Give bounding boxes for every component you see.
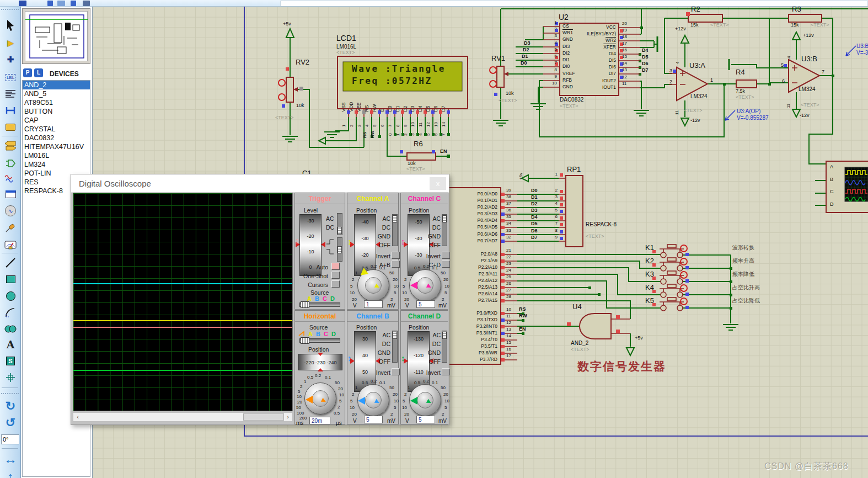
scope-scrollbar[interactable]: ‹ › (73, 412, 293, 422)
device-list-item[interactable]: LM324 (23, 160, 90, 169)
schematic-overview-preview[interactable] (22, 8, 90, 64)
ac-label: AC (326, 215, 334, 222)
junction-dot-icon[interactable]: ✚ (3, 53, 18, 66)
marker-tool-icon[interactable] (3, 371, 18, 384)
window-titlebar[interactable]: Digital Oscilloscope (71, 174, 449, 193)
bus-icon[interactable] (3, 104, 18, 117)
cursors-button[interactable] (331, 280, 340, 288)
channel-b-panel: Channel B Position 30 40 50 ↕ AC DC GND … (347, 310, 399, 424)
library-button[interactable]: L (34, 68, 43, 77)
auto-button[interactable] (331, 263, 340, 270)
text-script-icon[interactable] (3, 87, 18, 100)
device-list-item[interactable]: BUTTON (23, 107, 90, 116)
pick-devices-button[interactable]: P (23, 68, 32, 77)
sum-button[interactable] (392, 261, 400, 268)
selection-pointer-icon[interactable] (3, 19, 18, 32)
toolbar-icon-partial[interactable] (19, 1, 26, 6)
device-list-item[interactable]: CAP (23, 116, 90, 125)
channel-b-scale-value[interactable]: 5 (364, 416, 383, 423)
virtual-instrument-icon[interactable] (3, 238, 18, 252)
scroll-right-icon[interactable]: › (283, 413, 292, 421)
channel-c-panel: Channel C Position -50 -40 -30 ↕ AC DC G… (400, 193, 448, 310)
device-list-item[interactable]: LM016L (23, 151, 90, 160)
terminal-mode-icon[interactable] (3, 139, 18, 152)
position-label: Position (409, 207, 429, 214)
component-mode-icon[interactable]: ▶ (3, 36, 18, 50)
flip-vertical-icon[interactable]: ↑ (3, 470, 18, 478)
subcircuit-icon[interactable] (3, 120, 18, 134)
invert-button[interactable] (442, 252, 450, 259)
invert-label: Invert (371, 253, 390, 259)
invert-button[interactable] (392, 252, 400, 259)
edge-select-icon (326, 237, 335, 256)
source-a: A (308, 331, 313, 337)
watermark: CSDN @白茶茶668 (764, 461, 849, 472)
flip-horizontal-icon[interactable]: ↔ (3, 453, 18, 466)
timebase-value[interactable]: 20m (309, 417, 330, 424)
coupling-gnd: GND (423, 233, 441, 240)
ac-dc-toggle[interactable] (337, 213, 342, 235)
device-list-item[interactable]: DAC0832 (23, 134, 90, 142)
invert-label: Invert (421, 253, 441, 259)
channel-c-header: Channel C (401, 193, 448, 204)
toolbar-grip (1, 9, 19, 10)
toolbar-icon-partial[interactable] (83, 1, 90, 6)
tape-recorder-icon[interactable] (3, 188, 18, 201)
source-d: D (330, 295, 335, 302)
scroll-thumb[interactable] (243, 413, 284, 421)
toolbar-icon-partial[interactable] (71, 1, 76, 6)
invert-button[interactable] (392, 368, 400, 375)
scope-screen (73, 193, 293, 411)
edge-toggle[interactable] (337, 237, 342, 262)
rotation-angle-input[interactable]: 0° (1, 434, 19, 444)
divider (2, 253, 18, 253)
channel-d-scale-value[interactable]: 5 (416, 416, 435, 423)
line-tool-icon[interactable] (3, 256, 18, 269)
channel-a-coupling-slider[interactable] (392, 214, 398, 246)
device-list-item[interactable]: HITEMPAX47U16V (23, 142, 90, 151)
close-button[interactable]: x (430, 177, 446, 190)
toolbar-icon-partial[interactable] (57, 1, 65, 6)
rotate-anticlockwise-icon[interactable]: ↺ (3, 416, 18, 429)
application-window: ▶ ✚ LBL ∿ A S ↻ ↺ 0° ↔ ↑ (0, 0, 868, 478)
device-list-item[interactable]: CRYSTAL (23, 125, 90, 134)
voltage-probe-icon[interactable] (3, 222, 18, 235)
generator-mode-icon[interactable]: ∿ (3, 204, 18, 217)
arc-tool-icon[interactable] (3, 306, 18, 320)
sum-button[interactable] (442, 261, 450, 268)
device-pin-icon[interactable] (3, 157, 18, 170)
source-d: D (331, 331, 336, 337)
source-b: B (315, 295, 319, 302)
coupling-dc: DC (376, 224, 390, 231)
slider-arrow (321, 242, 325, 247)
graph-mode-icon[interactable] (3, 172, 18, 185)
channel-c-coupling-slider[interactable] (442, 214, 447, 246)
channel-b-coupling-slider[interactable] (392, 331, 398, 363)
toolbar-icon-partial[interactable] (47, 1, 53, 6)
rotate-clockwise-icon[interactable]: ↻ (3, 400, 18, 413)
coupling-gnd: GND (373, 233, 390, 240)
auto-label: Auto (306, 264, 328, 270)
trigger-arrow-icon: ↕ (295, 236, 299, 245)
scroll-left-icon[interactable]: ‹ (73, 413, 82, 421)
circle-tool-icon[interactable] (3, 289, 18, 302)
device-list-item[interactable]: AT89C51 (23, 98, 90, 107)
device-list-item[interactable]: AND_2 (23, 81, 90, 89)
box-tool-icon[interactable] (3, 273, 18, 286)
position-label: Position (308, 346, 329, 353)
one-shot-button[interactable] (331, 272, 340, 279)
channel-d-coupling-slider[interactable] (442, 331, 447, 363)
symbol-tool-icon[interactable]: S (3, 354, 18, 368)
device-list-item[interactable]: AND_5 (23, 89, 90, 98)
invert-button[interactable] (442, 368, 450, 375)
text-tool-icon[interactable]: A (3, 338, 18, 351)
channel-c-scale-value[interactable]: 5 (416, 300, 435, 308)
closed-path-tool-icon[interactable] (3, 322, 18, 336)
horizontal-header: Horizontal (295, 311, 345, 322)
channel-c-arrow-icon: ↕ (401, 237, 405, 246)
channel-a-scale-value[interactable]: 1 (364, 300, 383, 308)
wire-label-icon[interactable]: LBL (3, 71, 18, 84)
trigger-source-slider[interactable] (299, 302, 340, 307)
trace-channel-d (73, 370, 292, 371)
horizontal-source-slider[interactable] (299, 338, 340, 343)
